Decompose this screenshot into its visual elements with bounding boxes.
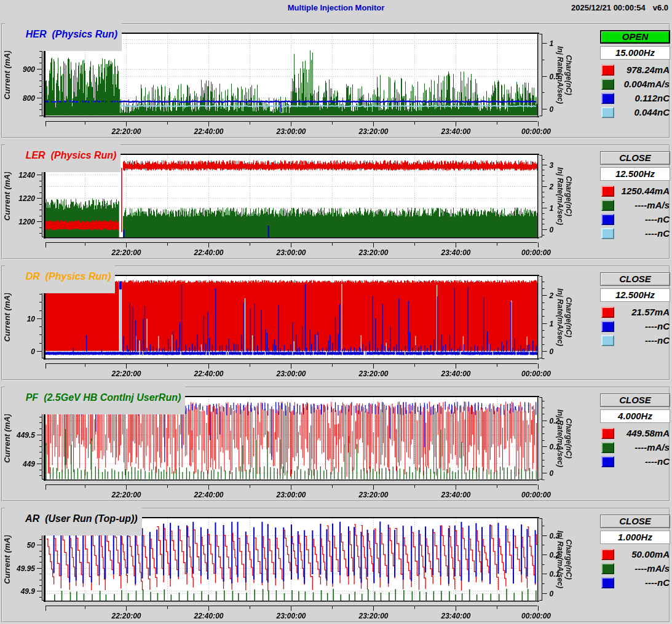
legend-swatch	[601, 65, 614, 76]
legend-value: 0.044nC	[614, 107, 670, 117]
legend-row: 0.112nC	[600, 91, 670, 105]
legend: 449.58mA----mA/s----nC	[600, 426, 670, 468]
legend-value: 0.112nC	[614, 93, 670, 103]
panel-title: DR(Physics Run)	[5, 260, 115, 293]
control-box: CLOSE 12.500Hz 21.57mA----nC----nC	[600, 272, 670, 347]
run-mode: (Physics Run)	[52, 29, 117, 39]
legend-row: 1250.44mA	[600, 184, 670, 198]
legend-row: 0.004mA/s	[600, 77, 670, 91]
legend-swatch	[601, 577, 614, 588]
legend-value: ----nC	[614, 228, 670, 239]
legend: 21.57mA----nC----nC	[600, 305, 670, 347]
control-box: CLOSE 4.000Hz 449.58mA----mA/s----nC	[600, 393, 670, 468]
legend-swatch	[601, 549, 614, 560]
legend-row: ----nC	[600, 454, 670, 468]
legend-swatch	[601, 442, 614, 453]
legend-row: ----mA/s	[600, 198, 670, 212]
injection-rate-display: 12.500Hz	[600, 288, 670, 302]
panel-title: HER(Physics Run)	[5, 18, 122, 51]
run-mode: (User Run (Top-up))	[45, 513, 137, 524]
legend-value: 50.00mA	[614, 549, 670, 559]
legend-value: 449.58mA	[614, 428, 670, 438]
panel-ler: LER(Physics Run) CLOSE 12.500Hz 1250.44m…	[0, 139, 672, 260]
legend-row: ----mA/s	[600, 440, 670, 454]
control-box: CLOSE 12.500Hz 1250.44mA----mA/s----nC--…	[600, 151, 670, 240]
ring-name: PF	[26, 392, 38, 403]
shutter-button[interactable]: OPEN	[600, 30, 670, 44]
panel-title: PF(2.5GeV HB ContInj UserRun)	[5, 381, 185, 414]
legend-row: 50.00mA	[600, 547, 670, 561]
legend-swatch	[601, 200, 614, 211]
legend-row: 978.24mA	[600, 63, 670, 77]
run-mode: (Physics Run)	[51, 150, 117, 160]
run-mode: (2.5GeV HB ContInj UserRun)	[44, 392, 181, 403]
legend-value: 0.004mA/s	[614, 79, 670, 89]
legend-row: ----nC	[600, 319, 670, 333]
legend-swatch	[601, 79, 614, 90]
legend-value: ----nC	[614, 321, 670, 331]
shutter-button[interactable]: CLOSE	[600, 151, 670, 165]
shutter-button[interactable]: CLOSE	[600, 393, 670, 407]
panel-title: AR(User Run (Top-up))	[5, 502, 142, 535]
legend: 1250.44mA----mA/s----nC----nC	[600, 184, 670, 240]
legend-swatch	[601, 428, 614, 439]
legend-row: 0.044nC	[600, 105, 670, 119]
legend-value: ----nC	[614, 577, 670, 588]
legend-value: ----nC	[614, 456, 670, 467]
legend-value: ----mA/s	[614, 563, 670, 574]
shutter-button[interactable]: CLOSE	[600, 272, 670, 286]
panel-title: LER(Physics Run)	[5, 139, 121, 172]
ring-name: DR	[26, 271, 40, 282]
version-text: v6.0	[653, 3, 668, 12]
legend-swatch	[601, 321, 614, 332]
ring-name: HER	[26, 29, 47, 39]
legend-row: 21.57mA	[600, 305, 670, 319]
control-box: OPEN 15.000Hz 978.24mA0.004mA/s0.112nC0.…	[600, 30, 670, 119]
legend-value: ----nC	[614, 335, 670, 346]
legend-swatch	[601, 107, 614, 118]
legend-swatch	[601, 214, 614, 225]
injection-rate-display: 12.500Hz	[600, 167, 670, 181]
legend: 978.24mA0.004mA/s0.112nC0.044nC	[600, 63, 670, 119]
panel-dr: DR(Physics Run) CLOSE 12.500Hz 21.57mA--…	[0, 260, 672, 381]
multiple-injection-monitor-window: Multiple Injection Monitor 2025/12/21 00…	[0, 0, 672, 624]
legend-row: ----nC	[600, 575, 670, 590]
legend-swatch	[601, 307, 614, 318]
datetime-text: 2025/12/21 00:00:54	[571, 3, 646, 12]
legend-row: ----nC	[600, 212, 670, 226]
datetime-display: 2025/12/21 00:00:54v6.0	[564, 3, 668, 12]
injection-rate-display: 1.000Hz	[600, 531, 670, 544]
shutter-button[interactable]: CLOSE	[600, 515, 670, 528]
legend-swatch	[601, 186, 614, 197]
legend-value: ----nC	[614, 214, 670, 224]
legend-swatch	[601, 228, 614, 239]
legend-value: ----mA/s	[614, 200, 670, 210]
injection-rate-display: 15.000Hz	[600, 46, 670, 60]
ring-name: AR	[25, 513, 39, 524]
run-mode: (Physics Run)	[45, 271, 111, 282]
panel-ar: AR(User Run (Top-up)) CLOSE 1.000Hz 50.0…	[0, 502, 672, 623]
panel-her: HER(Physics Run) OPEN 15.000Hz 978.24mA0…	[0, 18, 672, 139]
legend-row: ----nC	[600, 226, 670, 240]
injection-rate-display: 4.000Hz	[600, 409, 670, 423]
legend-row: 449.58mA	[600, 426, 670, 440]
legend: 50.00mA----mA/s----nC	[600, 547, 670, 590]
legend-row: ----nC	[600, 333, 670, 347]
legend-swatch	[601, 93, 614, 104]
legend-swatch	[601, 563, 614, 574]
legend-value: 978.24mA	[614, 65, 670, 75]
legend-value: 1250.44mA	[614, 186, 670, 196]
legend-row: ----mA/s	[600, 561, 670, 575]
legend-swatch	[601, 335, 614, 346]
legend-value: 21.57mA	[614, 307, 670, 317]
ring-name: LER	[26, 150, 45, 160]
legend-value: ----mA/s	[614, 442, 670, 452]
panel-pf: PF(2.5GeV HB ContInj UserRun) CLOSE 4.00…	[0, 381, 672, 502]
legend-swatch	[601, 456, 614, 467]
control-box: CLOSE 1.000Hz 50.00mA----mA/s----nC	[600, 515, 670, 590]
